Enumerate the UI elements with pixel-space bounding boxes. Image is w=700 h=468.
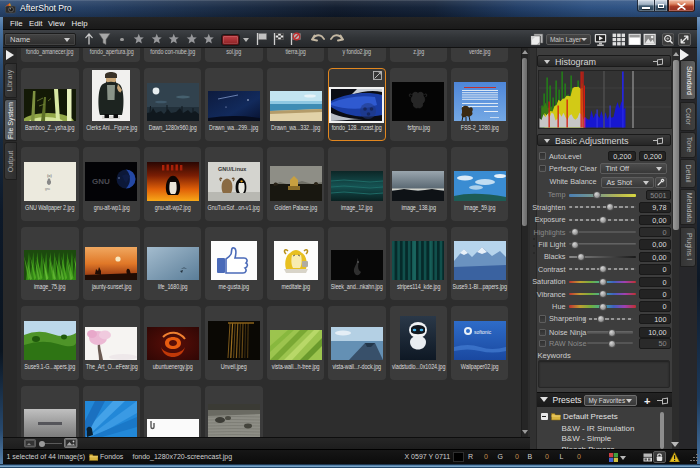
svg-text:GNU: GNU (92, 177, 110, 186)
svg-text:GNU/Linux: GNU/Linux (218, 166, 247, 172)
svg-text:softonic: softonic (474, 329, 492, 335)
svg-text:gnu: gnu (45, 187, 50, 191)
svg-text:(o): (o) (47, 173, 53, 178)
